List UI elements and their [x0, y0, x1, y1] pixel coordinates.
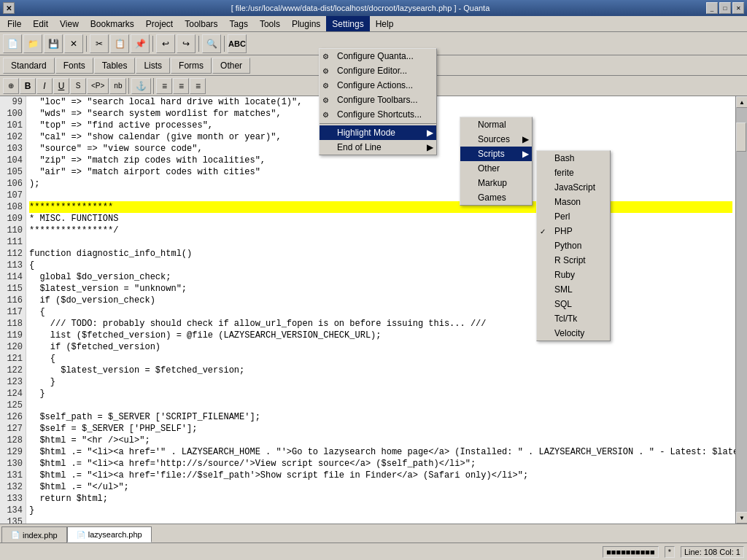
progress-indicator: ■■■■■■■■■■: [603, 546, 658, 558]
end-of-line-item[interactable]: End of Line ▶: [320, 140, 436, 155]
spell-button[interactable]: ABC: [228, 34, 247, 53]
find-button[interactable]: 🔍: [202, 34, 221, 53]
para-button[interactable]: <P>: [87, 78, 109, 94]
redo-button[interactable]: ↪: [177, 34, 196, 53]
cursor-position: Line: 108 Col: 1: [681, 546, 744, 558]
window-title: [ file:/usr/local/www/data-dist/localhos…: [15, 4, 706, 12]
submenu-arrow-scripts: ▶: [522, 149, 529, 159]
new-button[interactable]: 📄: [3, 34, 22, 53]
php-icon-active: 📄: [77, 531, 85, 539]
scripts-submenu: Bash ferite JavaScript Mason Perl ✓ PHP …: [536, 150, 611, 341]
scroll-track[interactable]: [736, 108, 747, 512]
script-ruby-item[interactable]: Ruby: [537, 268, 610, 282]
align-center[interactable]: ≡: [173, 78, 189, 94]
menu-tools[interactable]: Tools: [254, 16, 286, 31]
tab-lazysearch-php[interactable]: 📄 lazysearch.php: [67, 526, 152, 542]
tab-lists[interactable]: Lists: [136, 58, 170, 74]
highlight-mode-item[interactable]: Highlight Mode ▶: [320, 125, 436, 140]
menu-plugins[interactable]: Plugins: [286, 16, 326, 31]
menu-edit[interactable]: Edit: [27, 16, 54, 31]
menu-settings[interactable]: Settings: [326, 16, 369, 31]
menu-help[interactable]: Help: [370, 16, 400, 31]
paste-button[interactable]: 📌: [131, 34, 150, 53]
open-button[interactable]: 📁: [23, 34, 42, 53]
tab-other[interactable]: Other: [212, 58, 250, 74]
highlight-mode-submenu: Normal Sources ▶ Scripts ▶ Other Markup …: [460, 117, 533, 206]
configure-actions-item[interactable]: ⚙ Configure Actions...: [320, 78, 436, 93]
script-rscript-item[interactable]: R Script: [537, 253, 610, 268]
tab-label-index: index.php: [23, 531, 58, 540]
menu-file[interactable]: File: [1, 16, 27, 31]
vertical-scrollbar[interactable]: ▲ ▼: [735, 96, 747, 524]
configure-quanta-item[interactable]: ⚙ Configure Quanta...: [320, 49, 436, 63]
script-tcltk-item[interactable]: Tcl/Tk: [537, 311, 610, 326]
php-icon: 📄: [11, 531, 20, 539]
menubar: File Edit View Bookmarks Project Toolbar…: [0, 16, 747, 32]
underline-button[interactable]: U: [53, 78, 69, 94]
configure-shortcuts-item[interactable]: ⚙ Configure Shortcuts...: [320, 107, 436, 122]
scroll-down-button[interactable]: ▼: [736, 512, 747, 524]
tab-label-lazysearch: lazysearch.php: [88, 530, 142, 539]
close-button[interactable]: ✕: [3, 2, 15, 14]
code-editor[interactable]: 9910010110210310410510610710810911011111…: [0, 96, 735, 524]
script-sql-item[interactable]: SQL: [537, 297, 610, 311]
scroll-up-button[interactable]: ▲: [736, 96, 747, 108]
undo-button[interactable]: ↩: [156, 34, 175, 53]
cut-button[interactable]: ✂: [90, 34, 109, 53]
align-left[interactable]: ≡: [156, 78, 172, 94]
statusbar: ■■■■■■■■■■ * Line: 108 Col: 1: [0, 542, 747, 560]
scroll-thumb[interactable]: [736, 122, 746, 152]
line-numbers: 9910010110210310410510610710810911011111…: [0, 96, 26, 524]
script-php-item[interactable]: ✓ PHP: [537, 224, 610, 238]
menu-project[interactable]: Project: [140, 16, 179, 31]
close-file-button[interactable]: ✕: [64, 34, 83, 53]
align-right[interactable]: ≡: [190, 78, 206, 94]
close-window-button[interactable]: ✕: [732, 2, 744, 14]
save-button[interactable]: 💾: [44, 34, 63, 53]
nb-button[interactable]: nb: [109, 78, 126, 94]
menu-view[interactable]: View: [54, 16, 85, 31]
strike-button[interactable]: S: [70, 78, 86, 94]
submenu-arrow-highlight: ▶: [427, 128, 433, 138]
highlight-other-item[interactable]: Other: [460, 161, 532, 176]
highlight-games-item[interactable]: Games: [460, 190, 532, 205]
gear-icon-2: ⚙: [322, 67, 329, 75]
modified-indicator: *: [665, 546, 675, 558]
anchor-button[interactable]: ⚓: [131, 78, 151, 94]
script-sml-item[interactable]: SML: [537, 282, 610, 297]
script-velocity-item[interactable]: Velocity: [537, 326, 610, 341]
bold-button[interactable]: B: [20, 78, 36, 94]
script-python-item[interactable]: Python: [537, 238, 610, 253]
tab-standard[interactable]: Standard: [3, 58, 55, 74]
tab-tables[interactable]: Tables: [94, 58, 136, 74]
italic-button[interactable]: I: [36, 78, 53, 94]
menu-tags[interactable]: Tags: [224, 16, 254, 31]
script-javascript-item[interactable]: JavaScript: [537, 180, 610, 195]
script-bash-item[interactable]: Bash: [537, 151, 610, 166]
titlebar: ✕ [ file:/usr/local/www/data-dist/localh…: [0, 0, 747, 16]
tab-forms[interactable]: Forms: [171, 58, 212, 74]
highlight-markup-item[interactable]: Markup: [460, 176, 532, 190]
code-content[interactable]: "loc" => "search local hard drive with l…: [26, 96, 735, 524]
script-perl-item[interactable]: Perl: [537, 209, 610, 224]
tab-fonts[interactable]: Fonts: [55, 58, 93, 74]
settings-dropdown: ⚙ Configure Quanta... ⚙ Configure Editor…: [319, 48, 437, 155]
script-ferite-item[interactable]: ferite: [537, 166, 610, 180]
tab-index-php[interactable]: 📄 index.php: [1, 526, 67, 542]
maximize-button[interactable]: □: [719, 2, 731, 14]
gear-icon: ⚙: [322, 52, 329, 61]
copy-button[interactable]: 📋: [110, 34, 129, 53]
menu-separator-1: [320, 123, 436, 124]
source-btn[interactable]: ⊕: [3, 78, 19, 94]
highlight-scripts-item[interactable]: Scripts ▶: [460, 147, 532, 161]
script-mason-item[interactable]: Mason: [537, 195, 610, 209]
minimize-button[interactable]: _: [706, 2, 718, 14]
configure-editor-item[interactable]: ⚙ Configure Editor...: [320, 63, 436, 78]
configure-toolbars-item[interactable]: ⚙ Configure Toolbars...: [320, 93, 436, 107]
menu-toolbars[interactable]: Toolbars: [179, 16, 223, 31]
submenu-arrow-sources: ▶: [522, 134, 529, 144]
submenu-arrow-eol: ▶: [427, 142, 433, 152]
highlight-normal-item[interactable]: Normal: [460, 117, 532, 132]
highlight-sources-item[interactable]: Sources ▶: [460, 132, 532, 147]
menu-bookmarks[interactable]: Bookmarks: [85, 16, 140, 31]
